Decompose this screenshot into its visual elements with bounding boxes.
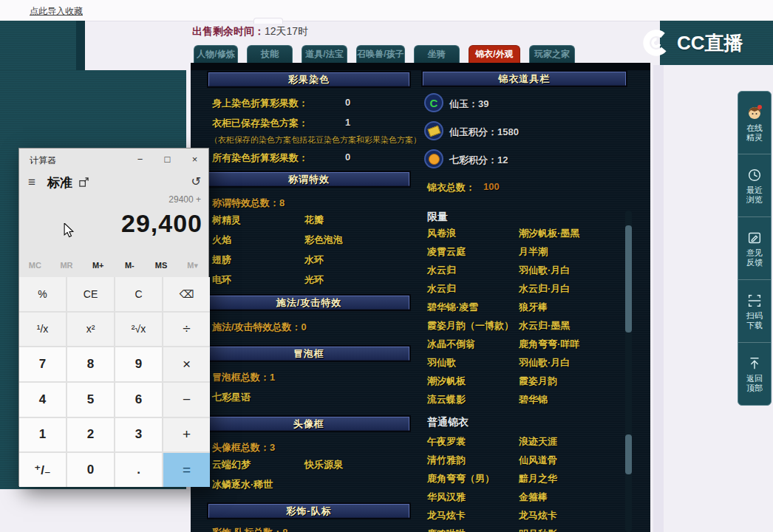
live-feature-sidebar: 在线精灵 最近浏览 意见反馈 扫码下载 返回顶部	[738, 91, 772, 406]
calc-expression: 29400 +	[168, 194, 201, 205]
calc-key[interactable]: 4	[19, 383, 66, 417]
rainbow-points-coin-icon	[424, 149, 443, 168]
limited-heading: 限量	[427, 211, 448, 224]
calc-key[interactable]: x²	[67, 313, 114, 347]
sale-time-label: 出售剩余时间：	[192, 25, 265, 37]
history-icon[interactable]: ↺	[191, 174, 201, 188]
calc-key[interactable]: 8	[67, 347, 114, 381]
calc-key[interactable]: 3	[115, 418, 162, 452]
jade-points-ticket-icon	[424, 121, 443, 140]
sidebar-label: 最近浏览	[746, 185, 763, 205]
calc-memory-button[interactable]: M+	[82, 256, 114, 274]
cc-swirl-icon	[640, 27, 672, 59]
dye-row1-label: 身上染色折算彩果数：	[212, 97, 308, 110]
calc-key[interactable]: 7	[19, 347, 66, 381]
dye-row1-value: 0	[345, 97, 350, 108]
import-favorites-link[interactable]: 点此导入收藏	[30, 5, 83, 18]
page-divider-stripe	[653, 65, 664, 532]
dye-row2-label: 衣柜已保存染色方案：	[212, 117, 308, 130]
normal-heading: 普通锦衣	[427, 416, 469, 429]
calc-key[interactable]: −	[163, 383, 210, 417]
calc-key[interactable]: ⌫	[163, 277, 210, 311]
tab-wardrobe[interactable]: 锦衣/外观	[469, 45, 520, 63]
tab-character[interactable]: 人物/修炼	[194, 45, 238, 63]
calc-key[interactable]: 9	[115, 347, 162, 381]
cc-live-watermark: CC直播	[640, 25, 743, 61]
avatar-frame-count: 头像框总数：3	[212, 441, 275, 454]
calc-memory-button[interactable]: MC	[19, 256, 51, 274]
clock-icon	[746, 167, 763, 183]
sidebar-label: 扫码下载	[746, 311, 763, 330]
wardrobe-total-label: 锦衣总数：	[427, 181, 475, 194]
section-header-deco: 彩饰-队标	[208, 504, 409, 518]
dye-note: （衣柜保存的染色方案包括花豆染色方案和彩果染色方案）	[210, 134, 421, 146]
calc-memory-button[interactable]: MS	[146, 256, 177, 274]
calc-display: 29,400	[121, 209, 202, 238]
sidebar-label: 意见反馈	[746, 248, 763, 267]
calc-memory-button[interactable]: MR	[51, 256, 83, 274]
section-header-title-fx: 称谓特效	[208, 172, 409, 186]
jade-coin-icon: C	[424, 93, 443, 112]
tab-items[interactable]: 道具/法宝	[302, 45, 347, 63]
minimize-button[interactable]: −	[126, 149, 154, 171]
calc-key[interactable]: %	[19, 277, 66, 311]
calc-key[interactable]: CE	[67, 277, 114, 311]
calculator-title-bar[interactable]: 计算器 − □ ×	[19, 149, 208, 171]
calc-memory-button[interactable]: M-	[114, 256, 146, 274]
qr-scan-icon	[746, 293, 763, 309]
sidebar-item-back-to-top[interactable]: 返回顶部	[738, 342, 771, 405]
calc-key[interactable]: .	[115, 453, 162, 487]
calc-key[interactable]: ²√x	[115, 313, 162, 347]
list-scrollbar-thumb-bottom[interactable]	[625, 434, 632, 474]
dye-row2-value: 1	[345, 117, 350, 128]
rainbow-points-amount: 七彩积分：12	[449, 154, 508, 167]
close-button[interactable]: ×	[181, 149, 208, 171]
sidebar-label: 在线精灵	[746, 123, 763, 143]
calc-key[interactable]: 1	[19, 418, 66, 452]
maximize-button[interactable]: □	[154, 149, 181, 171]
tab-mounts[interactable]: 坐骑	[414, 45, 460, 63]
cast-fx-count: 施法/攻击特效总数：0	[212, 321, 307, 334]
sale-time-value: 12天17时	[265, 25, 308, 37]
tab-skills[interactable]: 技能	[247, 45, 293, 63]
calculator-mode-label: 标准	[47, 174, 72, 191]
calc-key[interactable]: ÷	[163, 313, 210, 347]
screen: 点此导入收藏 出售剩余时间：12天17时 人物/修炼 技能 道具/法宝 召唤兽/…	[0, 0, 773, 532]
list-scrollbar-track[interactable]	[625, 211, 632, 532]
bubble-item[interactable]: 七彩星语	[212, 391, 251, 404]
back-to-top-icon	[746, 355, 763, 372]
sidebar-item-recent-views[interactable]: 最近浏览	[738, 154, 771, 216]
calc-key[interactable]: ¹/x	[19, 313, 66, 347]
deco-count: 彩饰-队标总数：8	[212, 526, 288, 532]
section-header-dye: 彩果染色	[208, 72, 409, 86]
menu-icon[interactable]: ≡	[28, 175, 35, 190]
browser-top-bar	[0, 0, 773, 21]
tab-home[interactable]: 玩家之家	[529, 45, 575, 63]
sale-remaining-time: 出售剩余时间：12天17时	[192, 25, 308, 38]
game-tab-bar: 人物/修炼 技能 道具/法宝 召唤兽/孩子 坐骑 锦衣/外观 玩家之家	[194, 45, 575, 62]
sidebar-item-online-sprite[interactable]: 在线精灵	[738, 92, 771, 154]
jade-amount: 仙玉：39	[449, 98, 488, 111]
keep-on-top-icon[interactable]	[78, 177, 89, 188]
calc-key[interactable]: ×	[163, 347, 210, 381]
calculator-window: 计算器 − □ × ≡ 标准 ↺ 29400 + 29,400 MCMRM+M-…	[18, 148, 209, 486]
page-tab-notch	[253, 18, 283, 24]
section-header-bubble: 冒泡框	[208, 347, 409, 361]
sidebar-item-scan-download[interactable]: 扫码下载	[738, 279, 771, 342]
tab-pets[interactable]: 召唤兽/孩子	[356, 45, 405, 63]
calc-key[interactable]: 0	[67, 453, 114, 487]
list-scrollbar-thumb-top[interactable]	[625, 225, 632, 332]
calc-key[interactable]: +	[163, 418, 210, 452]
section-header-wardrobe-items: 锦衣道具栏	[423, 72, 626, 86]
window-controls: − □ ×	[126, 149, 208, 171]
calc-memory-row: MCMRM+M-MSM▾	[19, 256, 208, 274]
calc-key[interactable]: =	[163, 453, 210, 487]
calc-memory-button[interactable]: M▾	[177, 256, 208, 274]
calc-key[interactable]: 6	[115, 383, 162, 417]
calc-key[interactable]: ⁺/₋	[19, 453, 66, 487]
calc-key[interactable]: 5	[67, 383, 114, 417]
calculator-title: 计算器	[30, 154, 56, 167]
calc-key[interactable]: C	[115, 277, 162, 311]
sidebar-item-feedback[interactable]: 意见反馈	[738, 216, 771, 279]
calc-key[interactable]: 2	[67, 418, 114, 452]
